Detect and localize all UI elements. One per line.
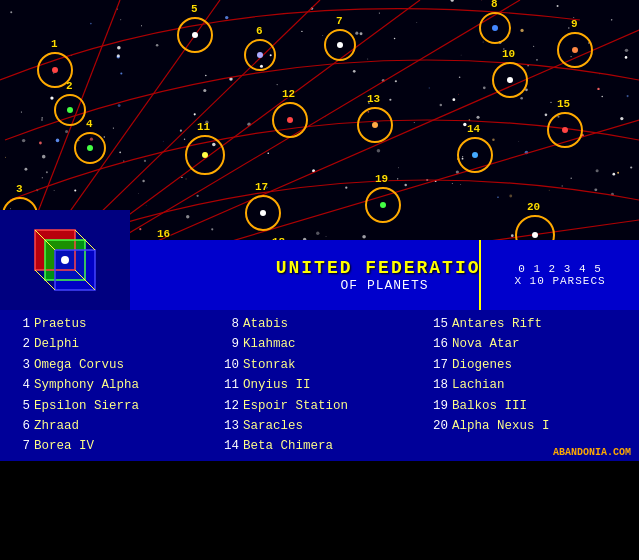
list-item-num: 4 (8, 376, 30, 395)
list-item: 13Saracles (217, 417, 422, 436)
list-item-name: Nova Atar (452, 335, 520, 354)
list-item-num: 18 (426, 376, 448, 395)
system-label-9: 9 (571, 18, 578, 30)
system-dot-4 (87, 145, 93, 151)
cube-logo (25, 220, 105, 300)
system-19 (365, 187, 401, 223)
list-item: 12Espoir Station (217, 397, 422, 416)
system-label-16: 16 (157, 228, 170, 240)
banner-title-line2: OF PLANETS (340, 278, 428, 293)
system-dot-17 (260, 210, 266, 216)
list-item-num: 13 (217, 417, 239, 436)
planet-list: 1Praetus8Atabis15Antares Rift2Delphi9Kla… (0, 310, 639, 461)
list-item-name: Lachian (452, 376, 505, 395)
list-item-name: Diogenes (452, 356, 512, 375)
list-item-name: Stonrak (243, 356, 296, 375)
system-dot-11 (202, 152, 208, 158)
system-15 (547, 112, 583, 148)
system-label-6: 6 (256, 25, 263, 37)
system-dot-19 (380, 202, 386, 208)
system-8 (479, 12, 511, 44)
list-item-num: 15 (426, 315, 448, 334)
system-dot-7 (337, 42, 343, 48)
list-item: 17Diogenes (426, 356, 631, 375)
list-item-name: Saracles (243, 417, 303, 436)
list-item-name: Atabis (243, 315, 288, 334)
system-label-7: 7 (336, 15, 343, 27)
list-item: 1Praetus (8, 315, 213, 334)
list-grid: 1Praetus8Atabis15Antares Rift2Delphi9Kla… (8, 315, 631, 457)
system-label-3: 3 (16, 183, 23, 195)
list-item: 20Alpha Nexus I (426, 417, 631, 436)
system-label-14: 14 (467, 123, 480, 135)
system-6 (244, 39, 276, 71)
system-label-15: 15 (557, 98, 570, 110)
system-label-17: 17 (255, 181, 268, 193)
list-item: 14Beta Chimera (217, 437, 422, 456)
list-item-name: Zhraad (34, 417, 79, 436)
system-dot-12 (287, 117, 293, 123)
list-item: 8Atabis (217, 315, 422, 334)
banner-title-line1: UNITED FEDERATION (276, 258, 494, 278)
list-item-num: 11 (217, 376, 239, 395)
list-item-name: Antares Rift (452, 315, 542, 334)
system-label-1: 1 (51, 38, 58, 50)
system-label-19: 19 (375, 173, 388, 185)
system-7 (324, 29, 356, 61)
list-item: 4Symphony Alpha (8, 376, 213, 395)
system-dot-2 (67, 107, 73, 113)
system-dot-20 (532, 232, 538, 238)
list-item-num: 2 (8, 335, 30, 354)
list-item-num: 14 (217, 437, 239, 456)
system-dot-6 (257, 52, 263, 58)
list-item-name: Epsilon Sierra (34, 397, 139, 416)
list-item-num: 10 (217, 356, 239, 375)
system-label-20: 20 (527, 201, 540, 213)
logo-box (0, 210, 130, 310)
list-item-name: Beta Chimera (243, 437, 333, 456)
system-dot-1 (52, 67, 58, 73)
list-item-num: 7 (8, 437, 30, 456)
list-item: 16Nova Atar (426, 335, 631, 354)
list-item-num: 5 (8, 397, 30, 416)
system-label-13: 13 (367, 93, 380, 105)
system-dot-15 (562, 127, 568, 133)
list-item-num: 17 (426, 356, 448, 375)
system-14 (457, 137, 493, 173)
system-label-12: 12 (282, 88, 295, 100)
list-item: 6Zhraad (8, 417, 213, 436)
system-dot-5 (192, 32, 198, 38)
scale-area: 0 1 2 3 4 5 X 10 PARSECS (479, 240, 639, 310)
list-item-name: Alpha Nexus I (452, 417, 550, 436)
system-label-11: 11 (197, 121, 210, 133)
system-dot-10 (507, 77, 513, 83)
list-item-name: Onyius II (243, 376, 311, 395)
system-dot-13 (372, 122, 378, 128)
list-item-num: 3 (8, 356, 30, 375)
system-2 (54, 94, 86, 126)
list-item-name: Symphony Alpha (34, 376, 139, 395)
system-label-5: 5 (191, 3, 198, 15)
system-13 (357, 107, 393, 143)
system-5 (177, 17, 213, 53)
svg-point-18 (61, 256, 69, 264)
system-label-2: 2 (66, 80, 73, 92)
list-item: 11Onyius II (217, 376, 422, 395)
system-label-8: 8 (491, 0, 498, 10)
star-map: 1234567891011121314151617181920 UNITED F… (0, 0, 639, 310)
list-item: 15Antares Rift (426, 315, 631, 334)
list-item: 18Lachian (426, 376, 631, 395)
list-item-name: Balkos III (452, 397, 527, 416)
system-label-4: 4 (86, 118, 93, 130)
list-item: 10Stonrak (217, 356, 422, 375)
scale-label: X 10 PARSECS (514, 275, 605, 287)
list-item-num: 19 (426, 397, 448, 416)
list-item: 3Omega Corvus (8, 356, 213, 375)
list-item-name: Praetus (34, 315, 87, 334)
list-item-name: Omega Corvus (34, 356, 124, 375)
abandonia-label: ABANDONIA.COM (553, 447, 631, 458)
list-item-num: 1 (8, 315, 30, 334)
list-item-num: 8 (217, 315, 239, 334)
list-item-num: 9 (217, 335, 239, 354)
system-9 (557, 32, 593, 68)
